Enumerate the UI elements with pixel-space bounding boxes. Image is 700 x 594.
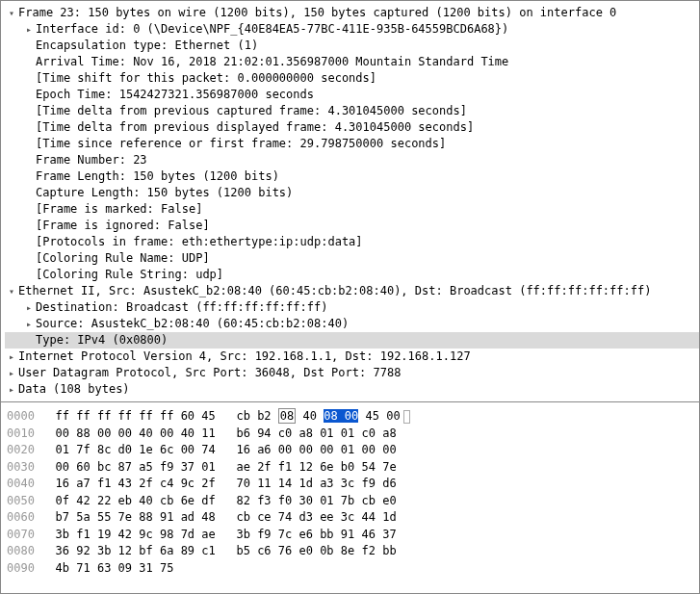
protocols: [Protocols in frame: eth:ethertype:ip:ud… <box>36 234 363 250</box>
eth-type: Type: IPv4 (0x0800) <box>36 332 168 349</box>
ip-summary: Internet Protocol Version 4, Src: 192.16… <box>18 349 471 365</box>
hex-bytes-selected: 08 00 <box>324 409 358 423</box>
encapsulation-row[interactable]: Encapsulation type: Ethernet (1) <box>5 38 699 54</box>
hex-offset: 0060 <box>7 510 35 524</box>
hex-offset: 0090 <box>7 561 35 575</box>
data-summary-row[interactable]: ▸ Data (108 bytes) <box>5 381 699 398</box>
hex-bytes-left: 4b 71 63 09 31 75 <box>56 561 174 575</box>
hex-row[interactable]: 0010 00 88 00 00 40 00 40 11 b6 94 c0 a8… <box>7 426 693 443</box>
frame-summary: Frame 23: 150 bytes on wire (1200 bits),… <box>18 5 616 21</box>
hex-row[interactable]: 0050 0f 42 22 eb 40 cb 6e df 82 f3 f0 30… <box>7 493 693 510</box>
ethernet-summary-row[interactable]: ▾ Ethernet II, Src: AsustekC_b2:08:40 (6… <box>5 283 699 299</box>
chevron-right-icon[interactable]: ▸ <box>22 318 36 331</box>
coloring-name-row[interactable]: [Coloring Rule Name: UDP] <box>5 250 699 267</box>
time-shift: [Time shift for this packet: 0.000000000… <box>36 70 376 87</box>
hex-offset: 0010 <box>7 426 35 440</box>
hex-offset: 0080 <box>7 544 35 557</box>
hex-offset: 0050 <box>7 494 35 507</box>
hex-bytes-right: 3b f9 7c e6 bb 91 46 37 <box>236 528 396 541</box>
chevron-right-icon[interactable]: ▸ <box>5 367 18 380</box>
interface-id-row[interactable]: ▸Interface id: 0 (\Device\NPF_{40E84EA5-… <box>5 21 699 38</box>
frame-length-row[interactable]: Frame Length: 150 bytes (1200 bits) <box>5 168 699 185</box>
hex-bytes-right: cb ce 74 d3 ee 3c 44 1d <box>236 510 396 524</box>
epoch-time-row[interactable]: Epoch Time: 1542427321.356987000 seconds <box>5 87 699 103</box>
frame-ignored: [Frame is ignored: False] <box>36 218 210 234</box>
since-ref: [Time since reference or first frame: 29… <box>36 136 446 152</box>
frame-number: Frame Number: 23 <box>36 152 147 168</box>
delta-cap-row[interactable]: [Time delta from previous captured frame… <box>5 103 699 119</box>
encapsulation: Encapsulation type: Ethernet (1) <box>36 38 258 54</box>
hex-bytes-right: b6 94 c0 a8 01 01 c0 a8 <box>236 426 396 440</box>
hex-bytes-left: b7 5a 55 7e 88 91 ad 48 <box>56 510 216 524</box>
udp-summary-row[interactable]: ▸ User Datagram Protocol, Src Port: 3604… <box>5 365 699 381</box>
chevron-down-icon[interactable]: ▾ <box>5 285 18 298</box>
capture-length: Capture Length: 150 bytes (1200 bits) <box>36 185 293 201</box>
hex-row[interactable]: 0080 36 92 3b 12 bf 6a 89 c1 b5 c6 76 e0… <box>7 543 693 560</box>
time-shift-row[interactable]: [Time shift for this packet: 0.000000000… <box>5 70 699 87</box>
udp-summary: User Datagram Protocol, Src Port: 36048,… <box>18 365 401 381</box>
data-summary: Data (108 bytes) <box>18 381 130 398</box>
hex-row[interactable]: 0030 00 60 bc 87 a5 f9 37 01 ae 2f f1 12… <box>7 459 693 477</box>
frame-marked: [Frame is marked: False] <box>36 201 202 218</box>
frame-marked-row[interactable]: [Frame is marked: False] <box>5 201 699 218</box>
hex-bytes-left: ff ff ff ff ff ff 60 45 <box>56 409 216 423</box>
ethernet-summary: Ethernet II, Src: AsustekC_b2:08:40 (60:… <box>18 283 651 299</box>
arrival-time-row[interactable]: Arrival Time: Nov 16, 2018 21:02:01.3569… <box>5 54 699 70</box>
coloring-string-row[interactable]: [Coloring Rule String: udp] <box>5 267 699 283</box>
coloring-name: [Coloring Rule Name: UDP] <box>36 250 210 267</box>
hex-byte-cursor: 08 <box>278 408 296 424</box>
hex-bytes-right: ae 2f f1 12 6e b0 54 7e <box>236 460 396 474</box>
interface-id: Interface id: 0 (\Device\NPF_{40E84EA5-7… <box>36 21 508 38</box>
frame-length: Frame Length: 150 bytes (1200 bits) <box>36 168 279 185</box>
frame-ignored-row[interactable]: [Frame is ignored: False] <box>5 218 699 234</box>
frame-number-row[interactable]: Frame Number: 23 <box>5 152 699 168</box>
hex-row[interactable]: 0060 b7 5a 55 7e 88 91 ad 48 cb ce 74 d3… <box>7 509 693 527</box>
delta-disp: [Time delta from previous displayed fram… <box>36 119 474 136</box>
frame-summary-row[interactable]: ▾ Frame 23: 150 bytes on wire (1200 bits… <box>5 5 699 21</box>
hex-bytes-right: 16 a6 00 00 00 01 00 00 <box>236 443 396 456</box>
packet-details-pane[interactable]: ▾ Frame 23: 150 bytes on wire (1200 bits… <box>1 1 699 401</box>
eth-type-row[interactable]: Type: IPv4 (0x0800) <box>5 332 699 349</box>
packet-bytes-pane[interactable]: 0000 ff ff ff ff ff ff 60 45 cb b2 08 40… <box>1 401 699 593</box>
hex-row[interactable]: 0020 01 7f 8c d0 1e 6c 00 74 16 a6 00 00… <box>7 442 693 459</box>
chevron-right-icon[interactable]: ▸ <box>5 383 18 397</box>
capture-length-row[interactable]: Capture Length: 150 bytes (1200 bits) <box>5 185 699 201</box>
hex-row[interactable]: 0040 16 a7 f1 43 2f c4 9c 2f 70 11 14 1d… <box>7 476 693 493</box>
delta-disp-row[interactable]: [Time delta from previous displayed fram… <box>5 119 699 136</box>
epoch-time: Epoch Time: 1542427321.356987000 seconds <box>36 87 314 103</box>
hex-bytes-right: b5 c6 76 e0 0b 8e f2 bb <box>236 544 396 557</box>
hex-bytes-right: 82 f3 f0 30 01 7b cb e0 <box>236 494 396 507</box>
delta-cap: [Time delta from previous captured frame… <box>36 103 467 119</box>
arrival-time: Arrival Time: Nov 16, 2018 21:02:01.3569… <box>36 54 508 70</box>
eth-src-row[interactable]: ▸Source: AsustekC_b2:08:40 (60:45:cb:b2:… <box>5 316 699 332</box>
hex-bytes-left: 01 7f 8c d0 1e 6c 00 74 <box>56 443 216 456</box>
chevron-right-icon[interactable]: ▸ <box>22 23 36 37</box>
ip-summary-row[interactable]: ▸ Internet Protocol Version 4, Src: 192.… <box>5 349 699 365</box>
hex-bytes-left: 36 92 3b 12 bf 6a 89 c1 <box>56 544 216 557</box>
hex-row[interactable]: 0070 3b f1 19 42 9c 98 7d ae 3b f9 7c e6… <box>7 527 693 544</box>
coloring-string: [Coloring Rule String: udp] <box>36 267 223 283</box>
hex-bytes-left: 0f 42 22 eb 40 cb 6e df <box>56 494 216 507</box>
chevron-down-icon[interactable]: ▾ <box>5 7 18 20</box>
ascii-cursor <box>403 410 410 424</box>
hex-bytes-left: 00 88 00 00 40 00 40 11 <box>56 426 216 440</box>
hex-bytes-left: 16 a7 f1 43 2f c4 9c 2f <box>56 477 216 490</box>
hex-bytes-left: 00 60 bc 87 a5 f9 37 01 <box>56 460 216 474</box>
hex-offset: 0030 <box>7 460 35 474</box>
hex-offset: 0020 <box>7 443 35 456</box>
chevron-right-icon[interactable]: ▸ <box>5 350 18 364</box>
eth-src: Source: AsustekC_b2:08:40 (60:45:cb:b2:0… <box>36 316 349 332</box>
hex-row[interactable]: 0000 ff ff ff ff ff ff 60 45 cb b2 08 40… <box>7 408 693 426</box>
protocols-row[interactable]: [Protocols in frame: eth:ethertype:ip:ud… <box>5 234 699 250</box>
hex-bytes-right: 70 11 14 1d a3 3c f9 d6 <box>236 477 396 490</box>
eth-dst-row[interactable]: ▸Destination: Broadcast (ff:ff:ff:ff:ff:… <box>5 299 699 316</box>
hex-offset: 0000 <box>7 409 35 423</box>
chevron-right-icon[interactable]: ▸ <box>22 301 36 315</box>
since-ref-row[interactable]: [Time since reference or first frame: 29… <box>5 136 699 152</box>
hex-bytes-left: 3b f1 19 42 9c 98 7d ae <box>56 528 216 541</box>
eth-dst: Destination: Broadcast (ff:ff:ff:ff:ff:f… <box>36 299 327 316</box>
hex-offset: 0040 <box>7 477 35 490</box>
hex-offset: 0070 <box>7 528 35 541</box>
hex-row[interactable]: 0090 4b 71 63 09 31 75 <box>7 560 693 578</box>
hex-bytes-right: cb b2 <box>236 409 277 423</box>
